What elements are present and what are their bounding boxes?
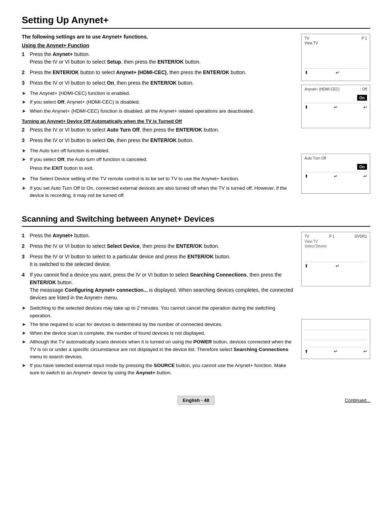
english-label: English - 48 (177, 396, 215, 405)
note2-2: ➤ If you select Off, the Auto turn off f… (22, 156, 294, 163)
s2-note2: ➤ The time required to scan for devices … (22, 321, 294, 328)
tv-screen5: ⬆ ↵ ↩ (301, 319, 370, 359)
s2-step1: 1 Press the Anynet+ button. (22, 232, 294, 239)
subsection1-title: Using the Anynet+ Function (22, 43, 294, 48)
s2-step4: 4 If you cannot find a device you want, … (22, 271, 294, 302)
tv-screen3: Auto Turn Off On ⬆ ↵ ↩ (301, 154, 370, 194)
tv-screen4: TV P 1 DVDR1 View TV Select Device ⬆ ↵ (301, 232, 370, 286)
step1-2: 2 Press the ENTER/OK button to select An… (22, 69, 294, 76)
footer: English - 48 Continued... (22, 393, 370, 405)
section1: Setting Up Anynet+ The following setting… (22, 15, 370, 201)
fullnote2: ➤ If you set Auto Turn Off to On, connec… (22, 185, 294, 200)
note2-1: ➤ The Auto turn off function is enabled. (22, 147, 294, 154)
section2-title: Scanning and Switching between Anynet+ D… (22, 214, 370, 227)
fullnote1: ➤ The Select Device setting of the TV re… (22, 175, 294, 182)
note2-press-exit: ➤ Press the EXIT button to exit. (22, 165, 294, 172)
s2-step3: 3 Press the IV or VI button to select to… (22, 253, 294, 268)
note1-3: ➤ When the Anynet+ (HDMI-CEC) function i… (22, 108, 294, 115)
step1-1: 1 Press the Anynet+ button.Press the IV … (22, 51, 294, 66)
tv-screen1: TV P 1 View TV ⬆ ↵ (301, 34, 370, 81)
section2-left: 1 Press the Anynet+ button. 2 Press the … (22, 232, 294, 379)
s2-note4: ➤ Although the TV automatically scans de… (22, 338, 294, 360)
tv-screen2: Anynet+ (HDMI-CEC) : Off On ⬆ ↵ ↩ (301, 85, 370, 128)
s2-note1: ➤ Switching to the selected devices may … (22, 305, 294, 319)
section1-intro: The following settings are to use Anynet… (22, 34, 294, 40)
section1-left: The following settings are to use Anynet… (22, 34, 294, 201)
s2-note3: ➤ When the device scan is complete, the … (22, 330, 294, 337)
s2-step2: 2 Press the IV or VI button to select Se… (22, 242, 294, 250)
step2-3: 3 Press the IV or VI button to select On… (22, 137, 294, 144)
continued-label: Continued... (345, 398, 370, 403)
section1-title: Setting Up Anynet+ (22, 15, 370, 29)
section2-right: TV P 1 DVDR1 View TV Select Device ⬆ ↵ (301, 232, 370, 379)
section2: Scanning and Switching between Anynet+ D… (22, 214, 370, 379)
step2-2: 2 Press the IV or VI button to select Au… (22, 126, 294, 134)
note1-2: ➤ If you select Off, Anynet+ (HDMI-CEC) … (22, 98, 294, 106)
s2-note5: ➤ If you have selected external input mo… (22, 362, 294, 377)
section1-right: TV P 1 View TV ⬆ ↵ Anynet+ (HDMI-CEC) : … (301, 34, 370, 201)
step1-3: 3 Press the IV or VI button to select On… (22, 79, 294, 87)
note1-1: ➤ The Anynet+ (HDMI-CEC) function is ena… (22, 90, 294, 97)
subsection2-title: Turning an Anynet+ Device Off Automatica… (22, 118, 294, 124)
